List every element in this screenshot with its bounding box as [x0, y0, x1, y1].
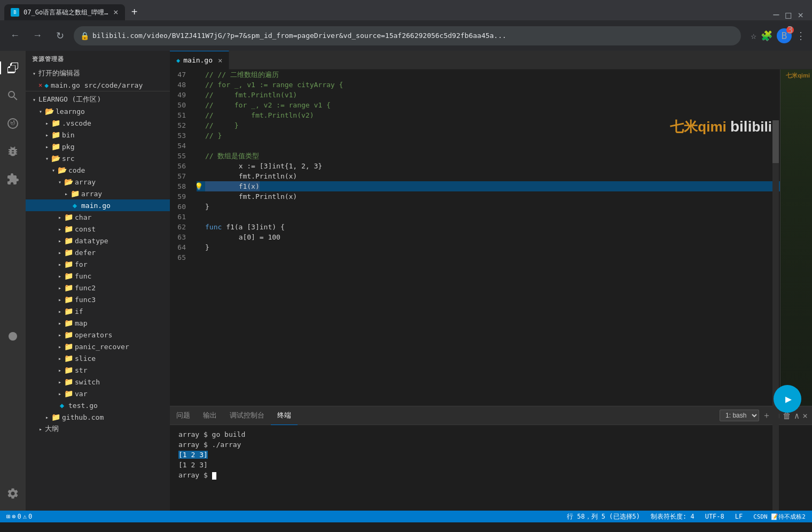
minimize-icon[interactable]: ─ [773, 9, 779, 20]
activity-git[interactable] [0, 111, 26, 136]
menu-dots-icon[interactable]: ⋮ [796, 30, 806, 41]
close-terminal-icon[interactable]: × [802, 411, 808, 421]
status-remote[interactable]: ⊞ ⊗ 0 ⚠ 0 [4, 513, 34, 520]
code-line-62: func f1(a [3]int) { [197, 222, 780, 232]
terminal-tab-debug[interactable]: 调试控制台 [223, 406, 271, 425]
status-tab-size[interactable]: 制表符长度: 4 [649, 512, 697, 521]
sidebar-item-code[interactable]: 📂code [26, 164, 170, 176]
folder-arrow [43, 413, 51, 421]
folder-open-icon: 📂 [51, 154, 60, 163]
tab-close-icon[interactable]: × [218, 56, 222, 65]
outline-item[interactable]: 大纲 [26, 423, 170, 435]
go-file-icon: ◆ [58, 401, 66, 410]
maximize-terminal-icon[interactable]: ∧ [794, 411, 800, 421]
terminal-tab-terminal[interactable]: 终端 [271, 406, 298, 425]
code-line-49: // fmt.Println(v1) [197, 90, 780, 100]
sidebar-item-for[interactable]: 📁for [26, 258, 170, 270]
sidebar-item-slice[interactable]: 📁slice [26, 352, 170, 364]
active-tab[interactable]: B 07_Go语言基础之数组_哔哩哔... × [4, 4, 125, 20]
scrollbar-thumb[interactable] [772, 120, 779, 163]
sidebar-item-src[interactable]: 📂src [26, 152, 170, 164]
status-csdn[interactable]: CSDN 📝待不成栋2 [751, 513, 808, 521]
workspace-arrow [30, 95, 38, 104]
sidebar-item-if[interactable]: 📁if [26, 305, 170, 317]
close-window-icon[interactable]: × [798, 9, 803, 20]
line-num-65: 65 [170, 252, 192, 263]
terminal-tab-output[interactable]: 输出 [197, 406, 223, 425]
sidebar-item-panic_recover[interactable]: 📁panic_recover [26, 341, 170, 352]
sidebar-item-str[interactable]: 📁str [26, 364, 170, 376]
activity-explorer[interactable] [0, 55, 26, 81]
activity-extensions[interactable] [0, 166, 26, 192]
sidebar-item-char[interactable]: 📁char [26, 211, 170, 223]
sidebar-item-github-com[interactable]: 📁github.com [26, 411, 170, 423]
bili-play-button[interactable]: ▶ [774, 385, 801, 413]
tree-item-label: slice [75, 354, 96, 363]
open-editors-label[interactable]: 打开的编辑器 [26, 67, 170, 79]
sidebar-item-defer[interactable]: 📁defer [26, 246, 170, 258]
url-bar[interactable]: 🔒 bilibili.com/video/BV1ZJ411W7jG/?p=7&s… [74, 26, 741, 45]
sidebar-item-switch[interactable]: 📁switch [26, 376, 170, 388]
terminal-tab-problems[interactable]: 问题 [170, 406, 197, 425]
terminal-content[interactable]: array $ go buildarray $ ./array[1 2 3][1… [170, 425, 812, 511]
scrollbar-track[interactable] [772, 120, 779, 511]
folder-arrow [56, 248, 64, 257]
sidebar-item-const[interactable]: 📁const [26, 223, 170, 235]
code-segment: // for _, v2 := range v1 { [205, 100, 331, 110]
status-position[interactable]: 行 58，列 5 (已选择5) [565, 512, 642, 521]
tab-close-btn[interactable]: × [113, 8, 119, 17]
folder-open-icon: 📂 [58, 166, 66, 174]
close-file-icon[interactable]: ✕ [38, 81, 42, 89]
folder-arrow [56, 307, 64, 315]
sidebar-item-test-go[interactable]: ◆test.go [26, 399, 170, 411]
sidebar-item-func[interactable]: 📁func [26, 270, 170, 282]
sidebar-item-var[interactable]: 📁var [26, 388, 170, 399]
status-line-ending[interactable]: LF [733, 513, 745, 520]
maximize-icon[interactable]: □ [785, 9, 791, 20]
forward-button[interactable]: → [29, 27, 46, 44]
line-num-53: 53 [170, 130, 192, 141]
open-file-item[interactable]: ✕ ◆ main.go src/code/array [26, 79, 170, 91]
sidebar-item-operators[interactable]: 📁operators [26, 329, 170, 341]
code-line-65 [197, 252, 780, 263]
extensions-icon[interactable]: 🧩 [761, 30, 772, 41]
code-line-64: } [197, 242, 780, 252]
editor-tab-main-go[interactable]: ◆ main.go × [170, 51, 229, 70]
folder-arrow [43, 130, 51, 139]
svg-point-0 [9, 332, 17, 341]
activity-search[interactable] [0, 83, 26, 109]
tree-item-label: test.go [68, 402, 98, 410]
sidebar-item-array-sub[interactable]: 📁array [26, 188, 170, 199]
tree-item-label: array [75, 178, 96, 186]
sidebar-item-datatype[interactable]: 📁datatype [26, 235, 170, 246]
bookmark-icon[interactable]: ☆ [751, 30, 756, 41]
sidebar-item-array-folder[interactable]: 📂array [26, 176, 170, 188]
tab-right-controls: ─ □ × [773, 9, 808, 20]
code-content[interactable]: // // 二维数组的遍历// for _, v1 := range cityA… [197, 70, 780, 406]
folder-closed-icon: 📁 [71, 189, 79, 198]
activity-settings[interactable] [0, 481, 26, 506]
sidebar-item-map[interactable]: 📁map [26, 317, 170, 329]
sidebar-item-vscode[interactable]: 📁.vscode [26, 117, 170, 129]
activity-remote[interactable] [0, 323, 26, 349]
shell-select[interactable]: 1: bash [720, 410, 759, 421]
sidebar-item-func3[interactable]: 📁func3 [26, 294, 170, 305]
status-encoding[interactable]: UTF-8 [703, 513, 727, 520]
sidebar-item-learngo[interactable]: 📂learngo [26, 105, 170, 117]
back-button[interactable]: ← [6, 27, 24, 44]
workspace-label[interactable]: LEARNGO (工作区) [26, 94, 170, 105]
code-segment: // 数组是值类型 [205, 151, 259, 161]
add-terminal-icon[interactable]: ＋ [762, 410, 771, 421]
terminal-highlight-text: [1 2 3] [178, 451, 208, 459]
refresh-button[interactable]: ↻ [51, 27, 68, 44]
profile-avatar[interactable]: B 3 [777, 28, 792, 43]
sidebar-item-bin[interactable]: 📁bin [26, 129, 170, 141]
tree-item-label: str [75, 366, 87, 374]
sidebar-item-main-go[interactable]: ◆main.go [26, 199, 170, 211]
sidebar-item-pkg[interactable]: 📁pkg [26, 141, 170, 152]
folder-arrow [56, 213, 64, 221]
activity-debug[interactable] [0, 138, 26, 164]
sidebar-item-func2[interactable]: 📁func2 [26, 282, 170, 294]
new-tab-button[interactable]: + [127, 4, 142, 20]
lightbulb-icon[interactable]: 💡 [197, 181, 203, 191]
